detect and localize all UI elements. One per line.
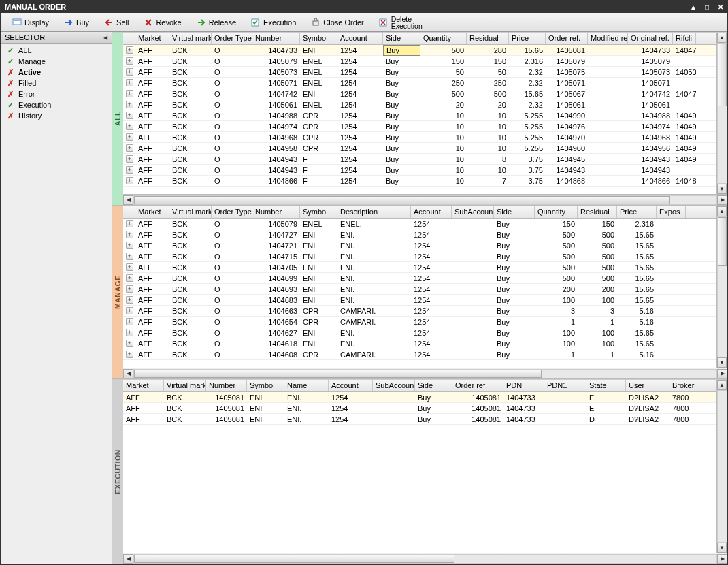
scroll-right-icon[interactable]: ▶ [717, 195, 727, 205]
column-header[interactable]: Residual [467, 33, 509, 44]
table-row[interactable]: +AFFBCKO1404663CPRCAMPARI.1254Buy335.16 [123, 306, 716, 317]
expand-icon[interactable]: + [126, 90, 133, 97]
table-row[interactable]: +AFFBCKO1405079ENELENEL.1254Buy1501502.3… [123, 219, 716, 229]
column-header[interactable]: Original ref. [628, 33, 673, 44]
column-header[interactable]: Account [411, 206, 452, 218]
expand-icon[interactable]: + [126, 177, 133, 184]
column-header[interactable]: Quantity [420, 33, 467, 44]
column-header[interactable]: Order Type [212, 206, 252, 218]
scrollbar-horizontal[interactable]: ◀ ▶ [123, 553, 727, 564]
expand-icon[interactable]: + [126, 242, 133, 249]
table-row[interactable]: +AFFBCKO1404627ENIENI.1254Buy10010015.65 [123, 327, 716, 338]
table-row[interactable]: +AFFBCKO1404974CPR1254Buy10105.255140497… [123, 121, 716, 132]
table-row[interactable]: +AFFBCKO1404727ENIENI.1254Buy50050015.65 [123, 229, 716, 240]
maximize-icon[interactable]: □ [703, 3, 711, 11]
column-header[interactable]: Order Type [212, 33, 252, 44]
table-row[interactable]: +AFFBCKO1405079ENEL1254Buy1501502.316140… [123, 56, 716, 67]
column-header[interactable]: Price [617, 206, 657, 218]
expand-icon[interactable]: + [126, 285, 133, 293]
column-header[interactable]: Virtual marke [169, 206, 212, 218]
selector-item-all[interactable]: ✓ALL [1, 45, 112, 56]
panel-tab-execution[interactable]: EXECUTION [112, 380, 123, 564]
expand-icon[interactable]: + [126, 329, 133, 336]
column-header[interactable]: Expos [657, 206, 686, 218]
scrollbar-horizontal[interactable]: ◀ ▶ [123, 194, 727, 205]
scroll-left-icon[interactable]: ◀ [123, 195, 133, 205]
expand-icon[interactable]: + [126, 351, 133, 358]
expand-icon[interactable]: + [126, 68, 133, 76]
table-row[interactable]: +AFFBCKO1404618ENIENI.1254Buy10010015.65 [123, 338, 716, 349]
column-header[interactable]: Quantity [535, 206, 578, 218]
column-header[interactable]: Side [494, 206, 535, 218]
scrollbar-horizontal[interactable]: ◀ ▶ [123, 368, 727, 378]
table-row[interactable]: AFFBCK1405081ENIENI.1254Buy1405081140473… [123, 414, 716, 425]
table-row[interactable]: +AFFBCKO1404705ENIENI.1254Buy50050015.65 [123, 262, 716, 273]
column-header[interactable]: Number [206, 380, 247, 391]
scrollbar-vertical[interactable]: ▲ ▼ [716, 33, 727, 194]
column-header[interactable]: PDN1 [544, 380, 586, 391]
scroll-left-icon[interactable]: ◀ [123, 554, 133, 564]
close-icon[interactable]: ✕ [716, 3, 725, 11]
column-header[interactable]: Market [135, 33, 169, 44]
sell-button[interactable]: Sell [97, 15, 136, 30]
column-header[interactable]: State [586, 380, 626, 391]
scroll-down-icon[interactable]: ▼ [717, 357, 727, 368]
expand-icon[interactable]: + [126, 112, 133, 119]
selector-item-history[interactable]: ✗History [1, 110, 112, 121]
expand-icon[interactable]: + [126, 166, 133, 174]
selector-item-filled[interactable]: ✗Filled [1, 78, 112, 88]
column-header[interactable]: Account [337, 33, 383, 44]
scroll-up-icon[interactable]: ▲ [717, 380, 727, 390]
scrollbar-vertical[interactable]: ▲ ▼ [716, 206, 727, 368]
column-header[interactable]: Order ref. [452, 380, 503, 391]
scroll-left-icon[interactable]: ◀ [123, 369, 133, 378]
expand-icon[interactable]: + [126, 231, 133, 238]
selector-item-active[interactable]: ✗Active [1, 67, 112, 78]
expand-icon[interactable]: + [126, 101, 133, 108]
expand-icon[interactable]: + [126, 263, 133, 271]
table-row[interactable]: +AFFBCKO1404683ENIENI.1254Buy10010015.65 [123, 295, 716, 306]
scroll-down-icon[interactable]: ▼ [717, 543, 727, 553]
close-order-button[interactable]: Close Order [303, 15, 371, 30]
expand-icon[interactable]: + [126, 79, 133, 86]
scroll-right-icon[interactable]: ▶ [717, 369, 727, 378]
table-row[interactable]: +AFFBCKO1404721ENIENI.1254Buy50050015.65 [123, 240, 716, 251]
table-row[interactable]: +AFFBCKO1404943F1254Buy10103.75140494314… [123, 165, 716, 176]
column-header[interactable]: Virtual marke [164, 380, 206, 391]
expand-icon[interactable]: + [126, 318, 133, 325]
expand-icon[interactable]: + [126, 340, 133, 347]
expand-icon[interactable]: + [126, 155, 133, 163]
expand-icon[interactable]: + [126, 46, 133, 54]
table-row[interactable]: +AFFBCKO1404968CPR1254Buy10105.255140497… [123, 132, 716, 143]
table-row[interactable]: +AFFBCKO1405061ENEL1254Buy20202.32140506… [123, 99, 716, 110]
column-header[interactable]: Description [337, 206, 411, 218]
table-row[interactable]: AFFBCK1405081ENIENI.1254Buy1405081140473… [123, 403, 716, 414]
table-row[interactable]: +AFFBCKO1404958CPR1254Buy10105.255140496… [123, 143, 716, 154]
table-row[interactable]: +AFFBCKO1404988CPR1254Buy10105.255140499… [123, 110, 716, 121]
column-header[interactable]: SubAccount [452, 206, 494, 218]
column-header[interactable]: Residual [578, 206, 617, 218]
expand-icon[interactable]: + [126, 253, 133, 260]
revoke-button[interactable]: Revoke [136, 15, 188, 30]
table-row[interactable]: +AFFBCKO1404654CPRCAMPARI.1254Buy115.16 [123, 317, 716, 327]
display-button[interactable]: Display [5, 15, 56, 30]
column-header[interactable]: Modified ref. [588, 33, 628, 44]
column-header[interactable]: Symbol [300, 206, 337, 218]
expand-icon[interactable]: + [126, 274, 133, 282]
scroll-up-icon[interactable]: ▲ [717, 206, 727, 216]
expand-icon[interactable]: + [126, 296, 133, 304]
column-header[interactable]: Price [509, 33, 546, 44]
table-row[interactable]: AFFBCK1405081ENIENI.1254Buy1405081140473… [123, 392, 716, 403]
table-row[interactable]: +AFFBCKO1404943F1254Buy1083.751404945140… [123, 154, 716, 165]
release-button[interactable]: Release [189, 15, 244, 30]
column-header[interactable]: Side [383, 33, 420, 44]
table-row[interactable]: +AFFBCKO1405071ENEL1254Buy2502502.321405… [123, 78, 716, 88]
expand-icon[interactable]: + [126, 144, 133, 152]
panel-tab-manage[interactable]: MANAGE [112, 206, 123, 378]
scrollbar-vertical[interactable]: ▲ ▼ [716, 380, 727, 553]
column-header[interactable]: Market [123, 380, 164, 391]
expand-icon[interactable]: + [126, 123, 133, 130]
table-row[interactable]: +AFFBCKO1404693ENIENI.1254Buy20020015.65 [123, 284, 716, 295]
buy-button[interactable]: Buy [56, 15, 97, 30]
column-header[interactable]: PDN [503, 380, 544, 391]
